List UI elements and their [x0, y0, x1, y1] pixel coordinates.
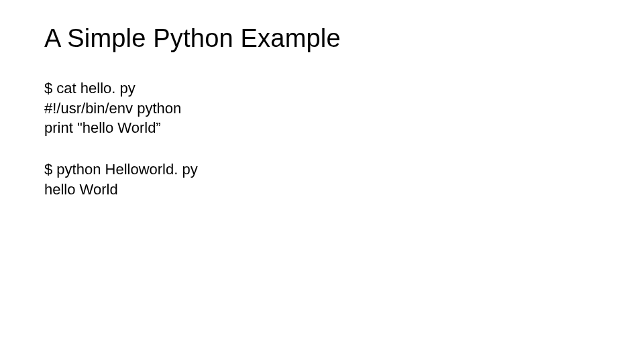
slide-title: A Simple Python Example — [44, 24, 600, 53]
code-line: hello World — [44, 180, 600, 200]
code-line: print "hello World” — [44, 118, 600, 138]
code-line: #!/usr/bin/env python — [44, 99, 600, 119]
code-block-2: $ python Helloworld. py hello World — [44, 160, 600, 199]
code-line: $ cat hello. py — [44, 78, 600, 99]
code-line: $ python Helloworld. py — [44, 160, 600, 180]
code-block-1: $ cat hello. py #!/usr/bin/env python pr… — [44, 78, 600, 138]
